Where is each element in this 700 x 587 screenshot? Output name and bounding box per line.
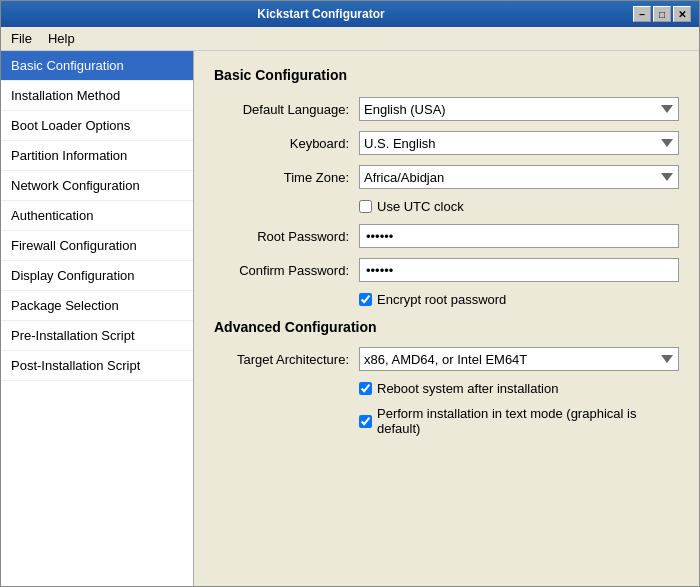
target-architecture-select[interactable]: x86, AMD64, or Intel EM64T x86 AMD64 IA-… bbox=[359, 347, 679, 371]
text-mode-checkbox[interactable] bbox=[359, 415, 372, 428]
sidebar-item-network-configuration[interactable]: Network Configuration bbox=[1, 171, 193, 201]
sidebar-item-post-installation-script[interactable]: Post-Installation Script bbox=[1, 351, 193, 381]
reboot-row: Reboot system after installation bbox=[214, 381, 679, 396]
timezone-row: Time Zone: Africa/Abidjan Africa/Accra A… bbox=[214, 165, 679, 189]
default-language-wrap: English (USA) English (UK) French German… bbox=[359, 97, 679, 121]
reboot-label[interactable]: Reboot system after installation bbox=[359, 381, 558, 396]
default-language-row: Default Language: English (USA) English … bbox=[214, 97, 679, 121]
utc-clock-row: Use UTC clock bbox=[214, 199, 679, 214]
encrypt-password-row: Encrypt root password bbox=[214, 292, 679, 307]
text-mode-label[interactable]: Perform installation in text mode (graph… bbox=[359, 406, 679, 436]
text-mode-row: Perform installation in text mode (graph… bbox=[214, 406, 679, 436]
default-language-select[interactable]: English (USA) English (UK) French German… bbox=[359, 97, 679, 121]
window-controls: – □ ✕ bbox=[633, 6, 691, 22]
sidebar-item-partition-information[interactable]: Partition Information bbox=[1, 141, 193, 171]
keyboard-row: Keyboard: U.S. English U.K. English Fren… bbox=[214, 131, 679, 155]
keyboard-wrap: U.S. English U.K. English French German bbox=[359, 131, 679, 155]
target-architecture-wrap: x86, AMD64, or Intel EM64T x86 AMD64 IA-… bbox=[359, 347, 679, 371]
confirm-password-wrap bbox=[359, 258, 679, 282]
confirm-password-row: Confirm Password: bbox=[214, 258, 679, 282]
root-password-input[interactable] bbox=[359, 224, 679, 248]
reboot-checkbox[interactable] bbox=[359, 382, 372, 395]
sidebar-item-boot-loader-options[interactable]: Boot Loader Options bbox=[1, 111, 193, 141]
title-bar: Kickstart Configurator – □ ✕ bbox=[1, 1, 699, 27]
minimize-button[interactable]: – bbox=[633, 6, 651, 22]
advanced-config-title: Advanced Configuration bbox=[214, 319, 679, 335]
sidebar: Basic Configuration Installation Method … bbox=[1, 51, 194, 586]
sidebar-item-display-configuration[interactable]: Display Configuration bbox=[1, 261, 193, 291]
default-language-label: Default Language: bbox=[214, 102, 359, 117]
sidebar-item-firewall-configuration[interactable]: Firewall Configuration bbox=[1, 231, 193, 261]
target-architecture-row: Target Architecture: x86, AMD64, or Inte… bbox=[214, 347, 679, 371]
confirm-password-label: Confirm Password: bbox=[214, 263, 359, 278]
main-window: Kickstart Configurator – □ ✕ File Help B… bbox=[0, 0, 700, 587]
encrypt-password-label[interactable]: Encrypt root password bbox=[359, 292, 506, 307]
target-architecture-label: Target Architecture: bbox=[214, 352, 359, 367]
sidebar-item-pre-installation-script[interactable]: Pre-Installation Script bbox=[1, 321, 193, 351]
timezone-label: Time Zone: bbox=[214, 170, 359, 185]
utc-clock-checkbox[interactable] bbox=[359, 200, 372, 213]
sidebar-item-package-selection[interactable]: Package Selection bbox=[1, 291, 193, 321]
sidebar-item-basic-configuration[interactable]: Basic Configuration bbox=[1, 51, 193, 81]
root-password-wrap bbox=[359, 224, 679, 248]
close-button[interactable]: ✕ bbox=[673, 6, 691, 22]
maximize-button[interactable]: □ bbox=[653, 6, 671, 22]
encrypt-password-checkbox[interactable] bbox=[359, 293, 372, 306]
window-title: Kickstart Configurator bbox=[9, 7, 633, 21]
menu-file[interactable]: File bbox=[5, 29, 38, 48]
sidebar-item-installation-method[interactable]: Installation Method bbox=[1, 81, 193, 111]
menu-help[interactable]: Help bbox=[42, 29, 81, 48]
sidebar-item-authentication[interactable]: Authentication bbox=[1, 201, 193, 231]
utc-clock-label[interactable]: Use UTC clock bbox=[359, 199, 464, 214]
timezone-wrap: Africa/Abidjan Africa/Accra America/New_… bbox=[359, 165, 679, 189]
main-panel: Basic Configuration Default Language: En… bbox=[194, 51, 699, 586]
root-password-label: Root Password: bbox=[214, 229, 359, 244]
confirm-password-input[interactable] bbox=[359, 258, 679, 282]
menu-bar: File Help bbox=[1, 27, 699, 51]
keyboard-label: Keyboard: bbox=[214, 136, 359, 151]
content-area: Basic Configuration Installation Method … bbox=[1, 51, 699, 586]
bottom-spacer bbox=[214, 446, 679, 466]
basic-config-title: Basic Configuration bbox=[214, 67, 679, 83]
root-password-row: Root Password: bbox=[214, 224, 679, 248]
keyboard-select[interactable]: U.S. English U.K. English French German bbox=[359, 131, 679, 155]
timezone-select[interactable]: Africa/Abidjan Africa/Accra America/New_… bbox=[359, 165, 679, 189]
